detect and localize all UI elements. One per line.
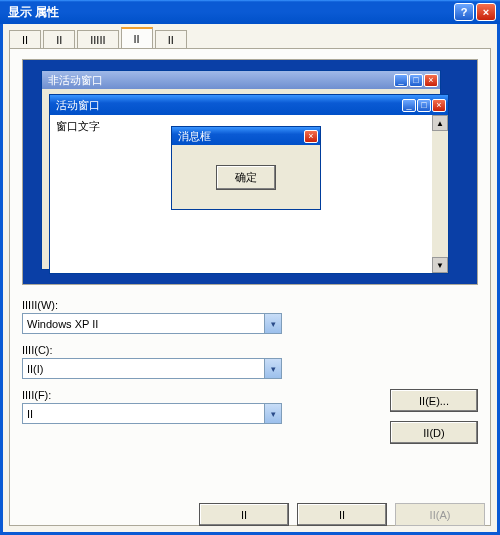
color-label: IIII(C): [22,344,478,356]
tab-4[interactable]: II [155,30,187,49]
min-icon: _ [394,74,408,87]
msgbox-title: 消息框 [178,129,211,144]
close-button[interactable]: × [476,3,496,21]
tab-0[interactable]: II [9,30,41,49]
dialog-title: 显示 属性 [8,4,59,21]
style-label: IIIII(W): [22,299,478,311]
close-icon: × [304,130,318,143]
color-value: II(I) [27,363,44,375]
dialog-body: II II IIIII II II 非活动窗口 _ □ × 活动窗口 [0,24,500,535]
style-combo[interactable]: Windows XP II ▾ [22,313,282,334]
tab-3[interactable]: II [121,27,153,48]
apply-button[interactable]: II(A) [395,503,485,526]
active-window-title: 活动窗口 [56,98,100,113]
max-icon: □ [417,99,431,112]
tab-page: 非活动窗口 _ □ × 活动窗口 _ □ × [9,48,491,526]
chevron-down-icon[interactable]: ▾ [264,404,281,423]
help-button[interactable]: ? [454,3,474,21]
min-icon: _ [402,99,416,112]
tab-2[interactable]: IIIII [77,30,118,49]
inactive-window-title: 非活动窗口 [48,73,103,88]
chevron-down-icon[interactable]: ▾ [264,314,281,333]
window-text: 窗口文字 [56,120,100,132]
tab-1[interactable]: II [43,30,75,49]
style-value: Windows XP II [27,318,98,330]
dialog-button-bar: II II II(A) [3,503,497,526]
scroll-down-icon: ▼ [432,257,448,273]
effects-button[interactable]: II(E)... [390,389,478,412]
font-combo[interactable]: II ▾ [22,403,282,424]
dialog-titlebar: 显示 属性 ? × [0,0,500,24]
msgbox-ok-button: 确定 [216,165,276,190]
chevron-down-icon[interactable]: ▾ [264,359,281,378]
ok-button[interactable]: II [199,503,289,526]
appearance-preview: 非活动窗口 _ □ × 活动窗口 _ □ × [22,59,478,285]
font-value: II [27,408,33,420]
tab-strip: II II IIIII II II [3,24,497,48]
preview-message-box: 消息框 × 确定 [171,126,321,210]
advanced-button[interactable]: II(D) [390,421,478,444]
cancel-button[interactable]: II [297,503,387,526]
color-combo[interactable]: II(I) ▾ [22,358,282,379]
close-icon: × [424,74,438,87]
max-icon: □ [409,74,423,87]
scroll-up-icon: ▲ [432,115,448,131]
close-icon: × [432,99,446,112]
